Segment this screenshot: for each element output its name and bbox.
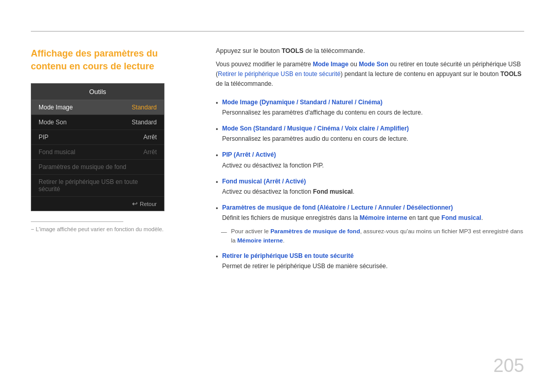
outils-label-mode-image: Mode Image [39, 104, 73, 111]
bullet-title-mode-image: Mode Image (Dynamique / Standard / Natur… [222, 99, 382, 106]
bullet-dot-2: • [216, 125, 218, 144]
top-divider [31, 31, 524, 32]
outils-label-pip: PIP [39, 134, 48, 141]
note-content: Pour activer le Paramètres de musique de… [231, 227, 525, 245]
bullet-sub-mode-image: Personnalisez les paramètres d'affichage… [222, 108, 422, 118]
bullet-fond-musical: • Fond musical (Arrêt / Activé) Activez … [216, 177, 524, 197]
intro-retirer-link: Retirer le périphérique USB en toute séc… [218, 70, 341, 78]
intro-tools-bold2: TOOLS [501, 70, 522, 78]
bullet-title-retirer-usb: Retirer le périphérique USB en toute séc… [222, 252, 354, 259]
memoire-interne-bold1: Mémoire interne [360, 214, 408, 221]
bullet-sub-mode-son: Personnalisez les paramètres audio du co… [222, 134, 409, 144]
outils-footer: ↩ Retour [31, 197, 164, 211]
bullet-parametres-musique: • Paramètres de musique de fond (Aléatoi… [216, 203, 524, 223]
bullet-list: • Mode Image (Dynamique / Standard / Nat… [216, 98, 524, 272]
note-bold-memoire: Mémoire interne [237, 237, 283, 244]
bullet-mode-son: • Mode Son (Standard / Musique / Cinéma … [216, 124, 524, 144]
bullet-sub-retirer-usb: Permet de retirer le périphérique USB de… [222, 262, 387, 271]
right-column: Appuyez sur le bouton TOOLS de la téléco… [216, 47, 524, 371]
footnote-divider [31, 221, 123, 222]
outils-row-parametres-musique: Paramètres de musique de fond [31, 160, 164, 175]
bullet-dot-3: • [216, 151, 218, 170]
outils-row-mode-image[interactable]: Mode Image Standard [31, 100, 164, 115]
outils-menu: Outils Mode Image Standard Mode Son Stan… [31, 83, 164, 211]
left-column: Affichage des paramètres du contenu en c… [31, 47, 195, 371]
bullet-dot-1: • [216, 99, 218, 118]
bullet-dot-4: • [216, 178, 218, 197]
bullet-pip: • PIP (Arrêt / Activé) Activez ou désact… [216, 150, 524, 170]
intro-mode-image: Mode Image [313, 61, 348, 68]
bullet-dot-5: • [216, 204, 218, 223]
fond-musical-bold2: Fond musical [441, 214, 481, 221]
outils-value-pip: Arrêt [143, 134, 157, 141]
intro-para: Vous pouvez modifier le paramètre Mode I… [216, 60, 524, 89]
note-bold-parametres: Paramètres de musique de fond [270, 228, 360, 234]
outils-header: Outils [31, 84, 164, 100]
page-container: Affichage des paramètres du contenu en c… [0, 0, 555, 392]
bullet-sub-fond-musical: Activez ou désactivez la fonction Fond m… [222, 187, 354, 197]
outils-value-fond-musical: Arrêt [143, 148, 157, 156]
bullet-sub-pip: Activez ou désactivez la fonction PIP. [222, 161, 324, 171]
outils-row-fond-musical: Fond musical Arrêt [31, 145, 164, 160]
bullet-retirer-usb: • Retirer le périphérique USB en toute s… [216, 251, 524, 271]
outils-row-retirer-usb: Retirer le périphérique USB en toute séc… [31, 175, 164, 197]
outils-label-fond-musical: Fond musical [39, 148, 75, 156]
bullet-title-mode-son: Mode Son (Standard / Musique / Cinéma / … [222, 125, 409, 132]
bullet-title-pip: PIP (Arrêt / Activé) [222, 151, 276, 158]
outils-value-mode-son: Standard [132, 119, 157, 126]
bullet-title-parametres-musique: Paramètres de musique de fond (Aléatoire… [222, 204, 453, 211]
bullet-dot-6: • [216, 252, 218, 271]
bullet-mode-image: • Mode Image (Dynamique / Standard / Nat… [216, 98, 524, 118]
outils-row-mode-son[interactable]: Mode Son Standard [31, 115, 164, 130]
page-number: 205 [493, 355, 524, 377]
intro-bold-tools: TOOLS [282, 47, 304, 54]
intro-mode-son: Mode Son [359, 61, 388, 68]
outils-label-parametres-musique: Paramètres de musique de fond [39, 163, 126, 171]
bullet-note: ― Pour activer le Paramètres de musique … [221, 227, 524, 245]
bullet-title-fond-musical: Fond musical (Arrêt / Activé) [222, 178, 306, 185]
return-arrow-icon: ↩ [132, 200, 138, 208]
bullet-content-fond-musical: Fond musical (Arrêt / Activé) Activez ou… [222, 177, 354, 197]
bullet-sub-parametres-musique: Définit les fichiers de musique enregist… [222, 213, 483, 223]
bullet-content-mode-image: Mode Image (Dynamique / Standard / Natur… [222, 98, 422, 118]
outils-footer-label: Retour [140, 201, 157, 207]
bullet-content-mode-son: Mode Son (Standard / Musique / Cinéma / … [222, 124, 409, 144]
outils-label-retirer-usb: Retirer le périphérique USB en toute séc… [39, 178, 157, 193]
fond-musical-bold: Fond musical [313, 188, 353, 195]
note-dash: ― [221, 227, 227, 245]
outils-label-mode-son: Mode Son [39, 119, 67, 126]
outils-value-mode-image: Standard [132, 104, 157, 111]
intro-line: Appuyez sur le bouton TOOLS de la téléco… [216, 47, 524, 54]
page-title: Affichage des paramètres du contenu en c… [31, 47, 195, 73]
content-area: Affichage des paramètres du contenu en c… [31, 47, 524, 371]
footnote: − L'image affichée peut varier en foncti… [31, 226, 195, 232]
bullet-content-retirer-usb: Retirer le périphérique USB en toute séc… [222, 251, 387, 271]
bullet-content-pip: PIP (Arrêt / Activé) Activez ou désactiv… [222, 150, 324, 170]
bullet-content-parametres-musique: Paramètres de musique de fond (Aléatoire… [222, 203, 483, 223]
outils-row-pip[interactable]: PIP Arrêt [31, 130, 164, 145]
